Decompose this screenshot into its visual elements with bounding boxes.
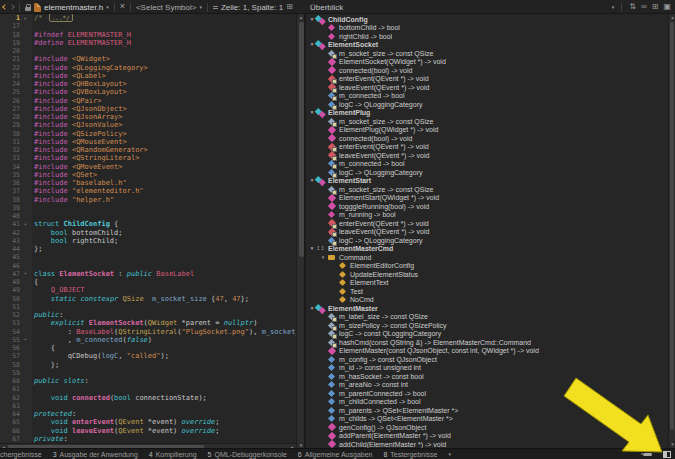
code-lines[interactable]: /* ...*/#ifndef ELEMENTMASTER_H#define E… xyxy=(32,14,296,443)
gutter-line[interactable]: 24 xyxy=(0,80,32,88)
gutter-line[interactable]: 53 xyxy=(0,319,32,327)
line-number[interactable]: 66 xyxy=(0,427,20,435)
line-number[interactable]: 38 xyxy=(0,196,20,204)
gutter-line[interactable]: 55▾ xyxy=(0,336,32,344)
outline-item[interactable]: hashCmd(const QString &) -> ElementMaste… xyxy=(319,338,668,347)
code-line[interactable]: void enterEvent(QEvent *event) override; xyxy=(34,418,296,426)
line-number[interactable]: 31 xyxy=(0,138,20,146)
line-number[interactable]: 43 xyxy=(0,237,20,245)
outline-item[interactable]: rightChild -> bool xyxy=(319,32,668,41)
fold-marker-icon[interactable]: ▾ xyxy=(20,222,31,227)
code-line[interactable] xyxy=(34,385,296,393)
gutter-line[interactable]: 63 xyxy=(0,402,32,410)
outline-item[interactable]: genConfig() -> QJsonObject xyxy=(319,423,668,432)
close-document-button[interactable]: × xyxy=(120,2,125,11)
code-line[interactable]: }; xyxy=(34,245,296,253)
outline-item[interactable]: m_id -> const unsigned int xyxy=(319,364,668,373)
gutter-line[interactable]: 44 xyxy=(0,245,32,253)
code-line[interactable]: #include <QPair> xyxy=(34,97,296,105)
outline-item[interactable]: ElementPlug(QWidget *) -> void xyxy=(319,126,668,135)
gutter-line[interactable]: 21 xyxy=(0,55,32,63)
outline-item[interactable]: ElementSocket(QWidget *) -> void xyxy=(319,58,668,67)
gutter-line[interactable]: 45 xyxy=(0,253,32,261)
gutter-line[interactable]: 33 xyxy=(0,154,32,162)
outline-item[interactable]: enterEvent(QEvent *) -> void xyxy=(319,75,668,84)
line-number[interactable]: 29 xyxy=(0,121,20,129)
line-number[interactable]: 18 xyxy=(0,31,20,39)
outline-item[interactable]: logC -> QLoggingCategory xyxy=(319,236,668,245)
build-progress-icon[interactable] xyxy=(643,453,652,456)
document-title[interactable]: elementmaster.h xyxy=(44,3,103,12)
gutter-line[interactable]: 29 xyxy=(0,121,32,129)
code-line[interactable] xyxy=(34,262,296,270)
code-line[interactable]: qCDebug(logC, "called"); xyxy=(34,352,296,360)
line-number[interactable]: 36 xyxy=(0,179,20,187)
outline-item[interactable]: enterEvent(QEvent *) -> void xyxy=(319,219,668,228)
gutter-line[interactable]: 60 xyxy=(0,377,32,385)
code-line[interactable] xyxy=(34,253,296,261)
symbol-selector[interactable]: <Select Symbol> xyxy=(136,3,196,12)
outline-item[interactable]: m_socket_size -> const QSize xyxy=(319,117,668,126)
outline-item[interactable]: m_parents -> QSet<ElementMaster *> xyxy=(319,406,668,415)
output-pane-button[interactable]: 5QML-Debuggerkonsole xyxy=(208,451,287,458)
line-number[interactable]: 19 xyxy=(0,39,20,47)
line-number[interactable]: 30 xyxy=(0,130,20,138)
code-line[interactable]: #include <QStringLiteral> xyxy=(34,154,296,162)
gutter-line[interactable]: 38 xyxy=(0,196,32,204)
outline-item[interactable]: m_label_size -> const QSize xyxy=(319,313,668,322)
code-line[interactable]: { xyxy=(34,344,296,352)
outline-item[interactable]: connected(bool) -> void xyxy=(319,134,668,143)
gutter-line[interactable]: 50 xyxy=(0,295,32,303)
gutter-line[interactable]: 20 xyxy=(0,47,32,55)
line-number[interactable]: 32 xyxy=(0,146,20,154)
outline-item[interactable]: leaveEvent(QEvent *) -> void xyxy=(319,83,668,92)
gutter-line[interactable]: 27 xyxy=(0,105,32,113)
vertical-scroll-thumb[interactable] xyxy=(299,22,304,257)
gutter-line[interactable]: 48 xyxy=(0,278,32,286)
editor-vertical-scrollbar[interactable]: ▴ ▾ xyxy=(296,14,304,449)
gutter-line[interactable]: 41▾ xyxy=(0,220,32,228)
code-line[interactable] xyxy=(34,303,296,311)
line-number[interactable]: 1 xyxy=(0,14,20,22)
outline-item[interactable]: addChild(ElementMaster *) -> void xyxy=(319,440,668,448)
outline-item[interactable]: m_childs -> QSet<ElementMaster *> xyxy=(319,415,668,424)
line-number[interactable]: 24 xyxy=(0,80,20,88)
outline-item[interactable]: ElementStart(QWidget *) -> void xyxy=(319,194,668,203)
gutter-line[interactable]: 18 xyxy=(0,31,32,39)
symbol-dropdown-icon[interactable]: ▾ xyxy=(199,5,202,10)
outline-item[interactable]: m_connected -> bool xyxy=(319,160,668,169)
code-line[interactable]: bool bottomChild; xyxy=(34,229,296,237)
line-number[interactable]: 54 xyxy=(0,328,20,336)
gutter-line[interactable]: 43 xyxy=(0,237,32,245)
gutter-line[interactable]: 42 xyxy=(0,229,32,237)
code-line[interactable]: #include <QMoveEvent> xyxy=(34,163,296,171)
line-number[interactable]: 62 xyxy=(0,394,20,402)
line-number[interactable]: 45 xyxy=(0,253,20,261)
line-number[interactable]: 61 xyxy=(0,385,20,393)
gutter-line[interactable]: 26 xyxy=(0,97,32,105)
outline-item[interactable]: connected(bool) -> void xyxy=(319,66,668,75)
code-line[interactable]: void leaveEvent(QEvent *event) override; xyxy=(34,427,296,435)
expander-icon[interactable]: ▾ xyxy=(319,255,327,260)
output-pane-button[interactable]: chergebnisse xyxy=(0,451,42,458)
gutter-line[interactable]: 57 xyxy=(0,352,32,360)
outline-item[interactable]: ElementEditorConfig xyxy=(330,262,668,271)
line-number[interactable]: 20 xyxy=(0,47,20,55)
code-line[interactable]: #include "baselabel.h" xyxy=(34,179,296,187)
outline-item[interactable]: enterEvent(QEvent *) -> void xyxy=(319,143,668,152)
outline-item[interactable]: m_areaNo -> const int xyxy=(319,381,668,390)
link-with-editor-icon[interactable]: ∞ xyxy=(641,3,647,11)
code-line[interactable]: explicit ElementSocket(QWidget *parent =… xyxy=(34,319,296,327)
line-number[interactable]: 48 xyxy=(0,278,20,286)
code-line[interactable]: #include "elementeditor.h" xyxy=(34,187,296,195)
forward-button[interactable] xyxy=(9,4,15,10)
gutter-line[interactable]: 17 xyxy=(0,22,32,30)
outline-item[interactable]: logC -> const QLoggingCategory xyxy=(319,330,668,339)
code-line[interactable]: : BaseLabel(QStringLiteral("PlugSocket.p… xyxy=(34,328,296,336)
code-line[interactable]: public slots: xyxy=(34,377,296,385)
gutter-line[interactable]: 30 xyxy=(0,130,32,138)
line-number[interactable]: 65 xyxy=(0,418,20,426)
code-line[interactable]: { xyxy=(34,278,296,286)
outline-item[interactable]: NoCmd xyxy=(330,296,668,305)
outline-item[interactable]: m_running -> bool xyxy=(319,211,668,220)
